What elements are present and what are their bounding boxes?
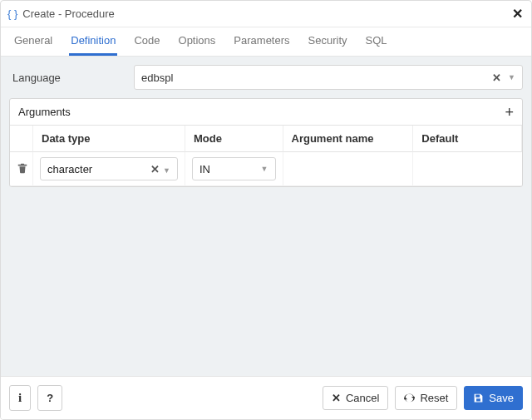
data-type-select[interactable]: character ✕ ▼ bbox=[40, 157, 178, 180]
title-left: { } Create - Procedure bbox=[7, 7, 115, 20]
reset-button[interactable]: Reset bbox=[395, 386, 457, 410]
chevron-down-icon[interactable]: ▼ bbox=[261, 165, 268, 173]
arguments-header: Arguments + bbox=[10, 99, 522, 126]
tab-sql[interactable]: SQL bbox=[364, 27, 389, 56]
cancel-label: Cancel bbox=[346, 392, 379, 404]
close-icon: ✕ bbox=[332, 392, 341, 404]
mode-value: IN bbox=[200, 163, 210, 175]
tab-parameters[interactable]: Parameters bbox=[232, 27, 291, 56]
row-data-type: character ✕ ▼ bbox=[33, 152, 185, 186]
data-type-value: character bbox=[47, 163, 92, 175]
language-row: Language edbspl ✕ ▼ bbox=[9, 65, 523, 90]
tab-general[interactable]: General bbox=[12, 27, 54, 56]
tabs: General Definition Code Options Paramete… bbox=[1, 27, 531, 57]
language-controls: ✕ ▼ bbox=[492, 72, 515, 84]
trash-icon[interactable] bbox=[17, 162, 28, 176]
dialog-body: Language edbspl ✕ ▼ Arguments + Data typ… bbox=[1, 57, 531, 376]
row-delete bbox=[10, 152, 33, 186]
dialog-footer: i ? ✕ Cancel Reset Save bbox=[1, 376, 531, 419]
col-default: Default bbox=[413, 126, 522, 152]
row-mode: IN ▼ bbox=[185, 152, 283, 186]
info-button[interactable]: i bbox=[9, 385, 31, 411]
footer-left: i ? bbox=[9, 385, 62, 411]
language-value: edbspl bbox=[141, 72, 173, 84]
recycle-icon bbox=[404, 393, 415, 403]
footer-right: ✕ Cancel Reset Save bbox=[323, 386, 523, 410]
tab-options[interactable]: Options bbox=[177, 27, 218, 56]
close-icon[interactable]: ✕ bbox=[512, 6, 523, 22]
arguments-grid: Data type Mode Argument name Default cha… bbox=[10, 126, 522, 186]
col-mode: Mode bbox=[185, 126, 283, 152]
mode-select[interactable]: IN ▼ bbox=[192, 157, 276, 180]
cancel-button[interactable]: ✕ Cancel bbox=[323, 386, 388, 410]
procedure-icon: { } bbox=[7, 7, 17, 20]
col-data-type: Data type bbox=[33, 126, 185, 152]
save-button[interactable]: Save bbox=[464, 386, 523, 410]
tab-security[interactable]: Security bbox=[307, 27, 349, 56]
language-label: Language bbox=[9, 72, 126, 84]
titlebar: { } Create - Procedure ✕ bbox=[1, 1, 531, 27]
save-icon bbox=[473, 393, 484, 403]
col-delete bbox=[10, 126, 33, 152]
arguments-title: Arguments bbox=[18, 106, 71, 118]
help-button[interactable]: ? bbox=[37, 385, 62, 411]
chevron-down-icon[interactable]: ▼ bbox=[163, 166, 170, 175]
language-select[interactable]: edbspl ✕ ▼ bbox=[134, 65, 523, 90]
reset-label: Reset bbox=[420, 392, 448, 404]
clear-icon[interactable]: ✕ bbox=[492, 72, 501, 84]
create-procedure-dialog: { } Create - Procedure ✕ General Definit… bbox=[0, 0, 532, 420]
tab-definition[interactable]: Definition bbox=[69, 27, 117, 56]
data-type-controls: ✕ ▼ bbox=[150, 163, 170, 175]
dialog-title: Create - Procedure bbox=[22, 7, 115, 20]
chevron-down-icon[interactable]: ▼ bbox=[508, 73, 515, 82]
save-label: Save bbox=[489, 392, 514, 404]
tab-code[interactable]: Code bbox=[132, 27, 161, 56]
clear-icon[interactable]: ✕ bbox=[150, 163, 160, 175]
row-default[interactable] bbox=[413, 152, 522, 186]
add-argument-button[interactable]: + bbox=[505, 106, 514, 118]
row-arg-name[interactable] bbox=[283, 152, 414, 186]
col-arg-name: Argument name bbox=[283, 126, 414, 152]
arguments-panel: Arguments + Data type Mode Argument name… bbox=[9, 98, 523, 187]
